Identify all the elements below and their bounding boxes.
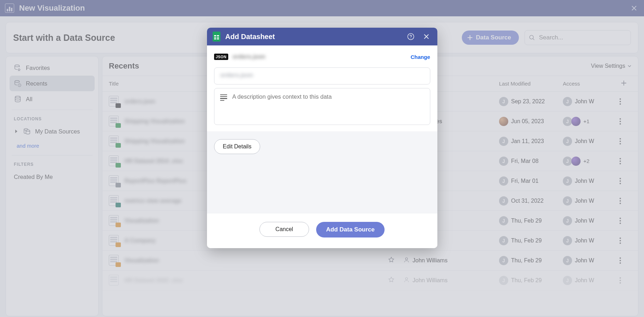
help-icon[interactable] [405,31,416,42]
paragraph-icon [220,93,228,101]
modal-overlay[interactable]: Add Datasheet JSON orders.json Change or… [0,0,644,317]
add-datasheet-modal: Add Datasheet JSON orders.json Change or… [207,28,437,248]
json-badge: JSON [214,54,229,60]
spreadsheet-icon [213,32,220,42]
add-data-source-button[interactable]: Add Data Source [316,222,385,237]
modal-filename: orders.json [233,53,265,60]
cancel-button[interactable]: Cancel [259,222,309,237]
edit-details-button[interactable]: Edit Details [214,139,261,154]
description-field[interactable] [214,88,430,125]
datasheet-name-input[interactable] [214,67,430,84]
modal-close-icon[interactable] [421,31,432,42]
modal-body: JSON orders.json Change orders.json [207,45,437,131]
description-textarea[interactable] [232,93,424,120]
modal-header: Add Datasheet [207,28,437,45]
svg-point-10 [410,38,411,39]
modal-title: Add Datasheet [225,33,275,41]
modal-file-row: JSON orders.json Change [214,52,430,62]
change-file-link[interactable]: Change [410,54,430,60]
modal-footer: Cancel Add Data Source [207,213,437,248]
modal-sub-panel: Edit Details [207,131,437,213]
add-data-source-label: Add Data Source [326,226,375,233]
